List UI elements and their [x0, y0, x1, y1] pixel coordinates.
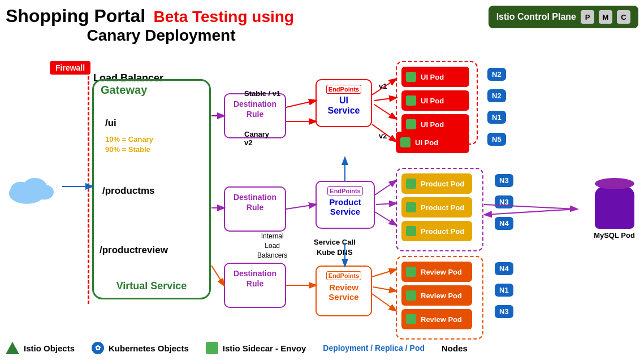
legend-nodes-label: Nodes	[442, 343, 468, 353]
k8s-icon: ✿	[92, 342, 104, 354]
node-badge-n4-1: N4	[495, 217, 513, 230]
product-pod-1: Product Pod	[401, 173, 472, 194]
istio-btn-m[interactable]: M	[599, 10, 612, 24]
istio-btn-p[interactable]: P	[581, 10, 594, 24]
v1-label: v1	[379, 82, 387, 90]
svg-line-16	[375, 212, 396, 225]
legend-sidecar-label: Istio Sidecar - Envoy	[223, 343, 306, 353]
ui-service: EndPoints UIService	[315, 79, 372, 127]
mysql-label: MySQL Pod	[590, 231, 638, 241]
title-subtitle-black: Canary Deployment	[28, 27, 294, 45]
svg-line-19	[372, 269, 396, 277]
route-productms: /productms	[102, 185, 155, 197]
svg-line-21	[372, 294, 396, 311]
review-service: EndPoints ReviewService	[315, 266, 372, 316]
istio-btn-c[interactable]: C	[617, 10, 630, 24]
product-service-label: ProductService	[321, 197, 369, 216]
canary-label: Canaryv2	[244, 130, 269, 147]
diagram: Shopping Portal Beta Testing using Canar…	[0, 0, 644, 361]
svg-line-15	[376, 203, 396, 205]
dest-rule-3-label: DestinationRule	[234, 269, 276, 288]
svg-line-10	[374, 105, 396, 119]
istio-control-label: Istio Control Plane	[496, 12, 576, 22]
svg-line-20	[373, 287, 396, 291]
sidecar-icon	[406, 179, 416, 189]
svg-line-23	[485, 209, 577, 215]
sidecar-icon	[406, 226, 416, 236]
firewall-label: Firewall	[55, 63, 85, 72]
sidecar-square-icon	[206, 342, 218, 354]
review-pod-1: Review Pod	[401, 262, 472, 282]
ui-pod-2: UI Pod	[401, 90, 469, 111]
mysql-cylinder	[595, 184, 634, 229]
stable-label: Stable / v1	[244, 89, 280, 98]
sidecar-icon	[406, 290, 416, 301]
product-pod-3: Product Pod	[401, 221, 472, 241]
sidecar-icon	[406, 95, 416, 106]
product-service: EndPoints ProductService	[315, 181, 375, 229]
review-pod-2: Review Pod	[401, 285, 472, 306]
legend-deployment: Deployment / Replica / Pod	[323, 343, 425, 353]
legend-k8s: ✿ Kubernetes Objects	[92, 342, 189, 354]
mysql-pod: MySQL Pod	[590, 184, 638, 241]
ui-pod-1: UI Pod	[401, 67, 469, 87]
node-badge-n1: N1	[487, 111, 506, 124]
sidecar-icon	[406, 314, 416, 324]
virtual-service-label: Virtual Service	[94, 280, 209, 292]
dest-rule-2-label: DestinationRule	[234, 193, 276, 212]
node-badge-n3-2: N3	[495, 195, 513, 208]
product-pod-2: Product Pod	[401, 197, 472, 218]
destination-rule-3: DestinationRule	[224, 263, 286, 308]
legend-deployment-label: Deployment / Replica / Pod	[323, 343, 425, 353]
service-call-label: Service CallKube DNS	[314, 237, 356, 258]
review-endpoints: EndPoints	[326, 271, 361, 280]
title-main: Shopping Portal	[6, 6, 145, 26]
sidecar-icon	[406, 267, 416, 277]
title-subtitle-red: Beta Testing using	[154, 8, 294, 25]
destination-rule-2: DestinationRule	[224, 186, 286, 232]
svg-line-9	[374, 98, 396, 101]
canary-note: 10% = Canary90% = Stable	[105, 134, 153, 155]
sidecar-icon	[406, 72, 416, 82]
svg-line-17	[211, 266, 224, 285]
legend-istio-label: Istio Objects	[24, 343, 75, 353]
product-endpoints: EndPoints	[327, 186, 362, 195]
svg-line-13	[286, 205, 315, 209]
node-badge-n4-2: N4	[495, 262, 513, 275]
firewall-box: Firewall	[50, 61, 90, 75]
product-pod-group: Product Pod Product Pod Product Pod	[396, 168, 483, 251]
route-ui: /ui	[105, 118, 116, 129]
route-productreview: /productreview	[100, 245, 168, 256]
legend: Istio Objects ✿ Kubernetes Objects Istio…	[6, 342, 468, 354]
ui-endpoints: EndPoints	[326, 85, 361, 94]
node-badge-n3-3: N3	[495, 305, 513, 318]
ui-pod-canary: UI Pod	[396, 132, 469, 153]
virtual-service-box: /ui 10% = Canary90% = Stable /productms …	[92, 79, 211, 299]
legend-nodes: Nodes	[442, 343, 468, 353]
firewall-dashed-line	[88, 61, 89, 304]
v2-label: v2	[379, 132, 387, 140]
title-area: Shopping Portal Beta Testing using Canar…	[6, 6, 294, 45]
sidecar-icon	[406, 119, 416, 129]
sidecar-icon	[400, 137, 410, 147]
ui-service-label: UIService	[321, 95, 366, 116]
node-badge-n5: N5	[487, 133, 506, 146]
cloud-icon	[6, 167, 62, 206]
node-badge-n2-1: N2	[487, 68, 506, 81]
legend-istio: Istio Objects	[6, 342, 75, 354]
legend-sidecar: Istio Sidecar - Envoy	[206, 342, 306, 354]
node-badge-n2-2: N2	[487, 89, 506, 102]
review-pod-group: Review Pod Review Pod Review Pod	[396, 256, 483, 340]
svg-line-14	[375, 181, 396, 195]
review-pod-3: Review Pod	[401, 309, 472, 329]
dest-rule-1-label: DestinationRule	[234, 99, 276, 119]
node-badge-n1-2: N1	[495, 284, 513, 297]
review-service-label: ReviewService	[321, 282, 366, 302]
legend-k8s-label: Kubernetes Objects	[109, 343, 189, 353]
istio-triangle-icon	[6, 342, 19, 354]
svg-line-6	[286, 101, 315, 107]
node-badge-n3-1: N3	[495, 174, 513, 187]
istio-control-plane: Istio Control Plane P M C	[489, 6, 638, 28]
sidecar-icon	[406, 202, 416, 212]
svg-point-3	[35, 185, 54, 200]
